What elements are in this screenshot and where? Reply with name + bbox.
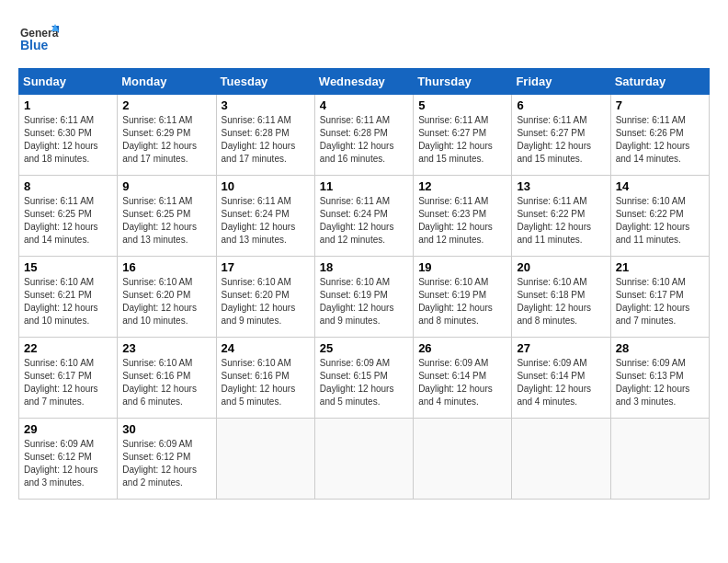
- weekday-header-wednesday: Wednesday: [314, 69, 413, 95]
- week-row-5: 29 Sunrise: 6:09 AM Sunset: 6:12 PM Dayl…: [19, 419, 710, 500]
- day-cell-25: 25 Sunrise: 6:09 AM Sunset: 6:15 PM Dayl…: [314, 338, 413, 419]
- day-cell-12: 12 Sunrise: 6:11 AM Sunset: 6:23 PM Dayl…: [414, 176, 512, 257]
- day-cell-28: 28 Sunrise: 6:09 AM Sunset: 6:13 PM Dayl…: [610, 338, 709, 419]
- day-cell-21: 21 Sunrise: 6:10 AM Sunset: 6:17 PM Dayl…: [610, 257, 709, 338]
- day-info: Sunrise: 6:10 AM Sunset: 6:19 PM Dayligh…: [418, 276, 506, 327]
- day-number: 10: [222, 179, 310, 193]
- day-number: 4: [320, 98, 408, 112]
- day-cell-6: 6 Sunrise: 6:11 AM Sunset: 6:27 PM Dayli…: [512, 95, 610, 176]
- week-row-1: 1 Sunrise: 6:11 AM Sunset: 6:30 PM Dayli…: [19, 95, 710, 176]
- day-info: Sunrise: 6:11 AM Sunset: 6:28 PM Dayligh…: [222, 114, 310, 166]
- day-cell-2: 2 Sunrise: 6:11 AM Sunset: 6:29 PM Dayli…: [118, 95, 216, 176]
- day-number: 25: [320, 341, 408, 355]
- day-info: Sunrise: 6:10 AM Sunset: 6:19 PM Dayligh…: [320, 276, 408, 327]
- day-number: 13: [517, 179, 605, 193]
- day-info: Sunrise: 6:11 AM Sunset: 6:25 PM Dayligh…: [122, 195, 210, 247]
- weekday-header-thursday: Thursday: [414, 69, 512, 95]
- day-info: Sunrise: 6:11 AM Sunset: 6:28 PM Dayligh…: [320, 114, 408, 166]
- day-info: Sunrise: 6:09 AM Sunset: 6:15 PM Dayligh…: [320, 357, 408, 408]
- day-number: 16: [122, 260, 210, 274]
- day-cell-23: 23 Sunrise: 6:10 AM Sunset: 6:16 PM Dayl…: [118, 338, 216, 419]
- day-number: 9: [122, 179, 210, 193]
- day-number: 20: [517, 260, 605, 274]
- weekday-header-sunday: Sunday: [19, 69, 118, 95]
- day-cell-8: 8 Sunrise: 6:11 AM Sunset: 6:25 PM Dayli…: [19, 176, 118, 257]
- day-number: 24: [222, 341, 310, 355]
- weekday-header-friday: Friday: [512, 69, 610, 95]
- day-info: Sunrise: 6:10 AM Sunset: 6:18 PM Dayligh…: [517, 276, 605, 327]
- day-info: Sunrise: 6:10 AM Sunset: 6:17 PM Dayligh…: [24, 357, 112, 408]
- svg-text:Blue: Blue: [20, 38, 49, 52]
- day-cell-20: 20 Sunrise: 6:10 AM Sunset: 6:18 PM Dayl…: [512, 257, 610, 338]
- day-info: Sunrise: 6:11 AM Sunset: 6:22 PM Dayligh…: [517, 195, 605, 247]
- empty-cell: [610, 419, 709, 500]
- week-row-2: 8 Sunrise: 6:11 AM Sunset: 6:25 PM Dayli…: [19, 176, 710, 257]
- day-info: Sunrise: 6:10 AM Sunset: 6:17 PM Dayligh…: [616, 276, 704, 327]
- day-cell-7: 7 Sunrise: 6:11 AM Sunset: 6:26 PM Dayli…: [610, 95, 709, 176]
- calendar: SundayMondayTuesdayWednesdayThursdayFrid…: [18, 68, 710, 500]
- day-cell-30: 30 Sunrise: 6:09 AM Sunset: 6:12 PM Dayl…: [118, 419, 216, 500]
- day-info: Sunrise: 6:10 AM Sunset: 6:16 PM Dayligh…: [122, 357, 210, 408]
- day-cell-4: 4 Sunrise: 6:11 AM Sunset: 6:28 PM Dayli…: [314, 95, 413, 176]
- day-cell-16: 16 Sunrise: 6:10 AM Sunset: 6:20 PM Dayl…: [118, 257, 216, 338]
- day-info: Sunrise: 6:11 AM Sunset: 6:30 PM Dayligh…: [24, 114, 112, 166]
- weekday-header-tuesday: Tuesday: [216, 69, 314, 95]
- week-row-4: 22 Sunrise: 6:10 AM Sunset: 6:17 PM Dayl…: [19, 338, 710, 419]
- day-info: Sunrise: 6:11 AM Sunset: 6:24 PM Dayligh…: [222, 195, 310, 247]
- day-info: Sunrise: 6:10 AM Sunset: 6:22 PM Dayligh…: [616, 195, 704, 247]
- day-number: 15: [24, 260, 112, 274]
- empty-cell: [216, 419, 314, 500]
- day-cell-27: 27 Sunrise: 6:09 AM Sunset: 6:14 PM Dayl…: [512, 338, 610, 419]
- day-info: Sunrise: 6:11 AM Sunset: 6:27 PM Dayligh…: [418, 114, 506, 166]
- day-number: 17: [222, 260, 310, 274]
- day-cell-11: 11 Sunrise: 6:11 AM Sunset: 6:24 PM Dayl…: [314, 176, 413, 257]
- weekday-header-monday: Monday: [118, 69, 216, 95]
- day-info: Sunrise: 6:11 AM Sunset: 6:23 PM Dayligh…: [418, 195, 506, 247]
- day-cell-24: 24 Sunrise: 6:10 AM Sunset: 6:16 PM Dayl…: [216, 338, 314, 419]
- day-cell-1: 1 Sunrise: 6:11 AM Sunset: 6:30 PM Dayli…: [19, 95, 118, 176]
- day-number: 8: [24, 179, 112, 193]
- day-number: 28: [616, 341, 704, 355]
- day-info: Sunrise: 6:09 AM Sunset: 6:12 PM Dayligh…: [24, 438, 112, 489]
- day-info: Sunrise: 6:11 AM Sunset: 6:26 PM Dayligh…: [616, 114, 704, 166]
- day-info: Sunrise: 6:10 AM Sunset: 6:20 PM Dayligh…: [122, 276, 210, 327]
- day-info: Sunrise: 6:09 AM Sunset: 6:12 PM Dayligh…: [122, 438, 210, 489]
- day-cell-29: 29 Sunrise: 6:09 AM Sunset: 6:12 PM Dayl…: [19, 419, 118, 500]
- day-cell-15: 15 Sunrise: 6:10 AM Sunset: 6:21 PM Dayl…: [19, 257, 118, 338]
- day-number: 30: [122, 422, 210, 436]
- week-row-3: 15 Sunrise: 6:10 AM Sunset: 6:21 PM Dayl…: [19, 257, 710, 338]
- day-number: 21: [616, 260, 704, 274]
- day-number: 6: [517, 98, 605, 112]
- day-info: Sunrise: 6:11 AM Sunset: 6:29 PM Dayligh…: [122, 114, 210, 166]
- day-cell-5: 5 Sunrise: 6:11 AM Sunset: 6:27 PM Dayli…: [414, 95, 512, 176]
- empty-cell: [414, 419, 512, 500]
- day-number: 5: [418, 98, 506, 112]
- day-info: Sunrise: 6:10 AM Sunset: 6:16 PM Dayligh…: [222, 357, 310, 408]
- empty-cell: [512, 419, 610, 500]
- day-number: 22: [24, 341, 112, 355]
- day-number: 12: [418, 179, 506, 193]
- day-info: Sunrise: 6:10 AM Sunset: 6:20 PM Dayligh…: [222, 276, 310, 327]
- day-cell-26: 26 Sunrise: 6:09 AM Sunset: 6:14 PM Dayl…: [414, 338, 512, 419]
- weekday-header-row: SundayMondayTuesdayWednesdayThursdayFrid…: [19, 69, 710, 95]
- day-number: 14: [616, 179, 704, 193]
- day-number: 2: [122, 98, 210, 112]
- day-cell-10: 10 Sunrise: 6:11 AM Sunset: 6:24 PM Dayl…: [216, 176, 314, 257]
- day-number: 19: [418, 260, 506, 274]
- day-number: 18: [320, 260, 408, 274]
- day-info: Sunrise: 6:10 AM Sunset: 6:21 PM Dayligh…: [24, 276, 112, 327]
- day-cell-13: 13 Sunrise: 6:11 AM Sunset: 6:22 PM Dayl…: [512, 176, 610, 257]
- day-number: 7: [616, 98, 704, 112]
- day-number: 11: [320, 179, 408, 193]
- day-info: Sunrise: 6:09 AM Sunset: 6:14 PM Dayligh…: [418, 357, 506, 408]
- day-cell-14: 14 Sunrise: 6:10 AM Sunset: 6:22 PM Dayl…: [610, 176, 709, 257]
- day-cell-3: 3 Sunrise: 6:11 AM Sunset: 6:28 PM Dayli…: [216, 95, 314, 176]
- day-info: Sunrise: 6:09 AM Sunset: 6:14 PM Dayligh…: [517, 357, 605, 408]
- day-number: 26: [418, 341, 506, 355]
- day-number: 29: [24, 422, 112, 436]
- day-info: Sunrise: 6:11 AM Sunset: 6:27 PM Dayligh…: [517, 114, 605, 166]
- day-cell-17: 17 Sunrise: 6:10 AM Sunset: 6:20 PM Dayl…: [216, 257, 314, 338]
- day-number: 27: [517, 341, 605, 355]
- day-info: Sunrise: 6:11 AM Sunset: 6:24 PM Dayligh…: [320, 195, 408, 247]
- day-cell-22: 22 Sunrise: 6:10 AM Sunset: 6:17 PM Dayl…: [19, 338, 118, 419]
